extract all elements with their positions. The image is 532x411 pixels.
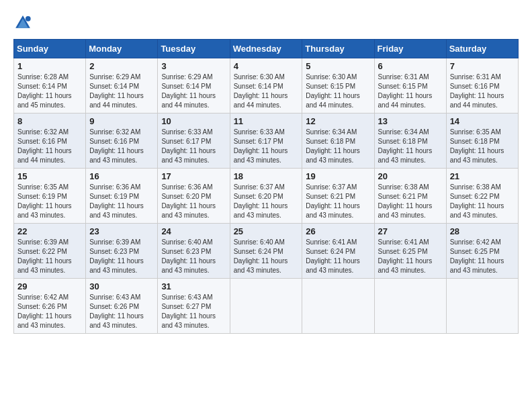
table-row: 22 Sunrise: 6:39 AMSunset: 6:22 PMDaylig…	[14, 224, 86, 279]
table-row: 2 Sunrise: 6:29 AMSunset: 6:14 PMDayligh…	[86, 58, 158, 113]
table-row: 16 Sunrise: 6:36 AMSunset: 6:19 PMDaylig…	[86, 169, 158, 224]
day-number: 20	[378, 171, 443, 181]
cell-info: Sunrise: 6:42 AMSunset: 6:25 PMDaylight:…	[450, 238, 504, 274]
cell-info: Sunrise: 6:41 AMSunset: 6:24 PMDaylight:…	[306, 238, 360, 274]
logo	[13, 13, 34, 32]
day-number: 6	[378, 61, 443, 71]
table-row: 8 Sunrise: 6:32 AMSunset: 6:16 PMDayligh…	[14, 113, 86, 169]
day-number: 15	[17, 171, 82, 181]
day-number: 14	[450, 116, 515, 126]
day-number: 27	[378, 226, 443, 236]
table-row	[374, 279, 446, 334]
table-row: 4 Sunrise: 6:30 AMSunset: 6:14 PMDayligh…	[230, 58, 302, 113]
table-row: 6 Sunrise: 6:31 AMSunset: 6:15 PMDayligh…	[374, 58, 446, 113]
cell-info: Sunrise: 6:30 AMSunset: 6:14 PMDaylight:…	[234, 73, 288, 109]
cell-info: Sunrise: 6:36 AMSunset: 6:20 PMDaylight:…	[161, 183, 216, 219]
day-number: 5	[306, 61, 370, 71]
day-number: 13	[378, 116, 443, 126]
cell-info: Sunrise: 6:34 AMSunset: 6:18 PMDaylight:…	[306, 128, 360, 164]
cell-info: Sunrise: 6:37 AMSunset: 6:20 PMDaylight:…	[234, 183, 288, 219]
day-number: 10	[161, 116, 226, 126]
table-row: 27 Sunrise: 6:41 AMSunset: 6:25 PMDaylig…	[374, 224, 446, 279]
day-number: 19	[306, 171, 370, 181]
cell-info: Sunrise: 6:32 AMSunset: 6:16 PMDaylight:…	[17, 128, 72, 164]
day-number: 25	[234, 226, 299, 236]
day-number: 22	[17, 226, 82, 236]
table-row: 17 Sunrise: 6:36 AMSunset: 6:20 PMDaylig…	[158, 169, 230, 224]
cell-info: Sunrise: 6:33 AMSunset: 6:17 PMDaylight:…	[161, 128, 216, 164]
cell-info: Sunrise: 6:40 AMSunset: 6:24 PMDaylight:…	[234, 238, 288, 274]
cell-info: Sunrise: 6:40 AMSunset: 6:23 PMDaylight:…	[161, 238, 216, 274]
day-header-saturday: Saturday	[446, 40, 518, 58]
table-row	[230, 279, 302, 334]
cell-info: Sunrise: 6:29 AMSunset: 6:14 PMDaylight:…	[161, 73, 216, 109]
cell-info: Sunrise: 6:39 AMSunset: 6:22 PMDaylight:…	[17, 238, 72, 274]
day-number: 30	[89, 281, 154, 291]
cell-info: Sunrise: 6:41 AMSunset: 6:25 PMDaylight:…	[378, 238, 433, 274]
table-row: 7 Sunrise: 6:31 AMSunset: 6:16 PMDayligh…	[446, 58, 518, 113]
table-row: 10 Sunrise: 6:33 AMSunset: 6:17 PMDaylig…	[158, 113, 230, 169]
day-number: 24	[161, 226, 226, 236]
cell-info: Sunrise: 6:29 AMSunset: 6:14 PMDaylight:…	[89, 73, 144, 109]
day-number: 18	[234, 171, 299, 181]
cell-info: Sunrise: 6:38 AMSunset: 6:22 PMDaylight:…	[450, 183, 504, 219]
table-row: 18 Sunrise: 6:37 AMSunset: 6:20 PMDaylig…	[230, 169, 302, 224]
table-row: 23 Sunrise: 6:39 AMSunset: 6:23 PMDaylig…	[86, 224, 158, 279]
table-row: 11 Sunrise: 6:33 AMSunset: 6:17 PMDaylig…	[230, 113, 302, 169]
table-row: 26 Sunrise: 6:41 AMSunset: 6:24 PMDaylig…	[302, 224, 374, 279]
cell-info: Sunrise: 6:31 AMSunset: 6:15 PMDaylight:…	[378, 73, 433, 109]
table-row: 24 Sunrise: 6:40 AMSunset: 6:23 PMDaylig…	[158, 224, 230, 279]
table-row: 5 Sunrise: 6:30 AMSunset: 6:15 PMDayligh…	[302, 58, 374, 113]
table-row: 3 Sunrise: 6:29 AMSunset: 6:14 PMDayligh…	[158, 58, 230, 113]
day-number: 3	[161, 61, 226, 71]
calendar-week-row: 29 Sunrise: 6:42 AMSunset: 6:26 PMDaylig…	[14, 279, 519, 334]
table-row	[302, 279, 374, 334]
table-row: 21 Sunrise: 6:38 AMSunset: 6:22 PMDaylig…	[446, 169, 518, 224]
cell-info: Sunrise: 6:38 AMSunset: 6:21 PMDaylight:…	[378, 183, 433, 219]
day-header-wednesday: Wednesday	[230, 40, 302, 58]
day-number: 28	[450, 226, 515, 236]
cell-info: Sunrise: 6:36 AMSunset: 6:19 PMDaylight:…	[89, 183, 144, 219]
table-row: 20 Sunrise: 6:38 AMSunset: 6:21 PMDaylig…	[374, 169, 446, 224]
cell-info: Sunrise: 6:31 AMSunset: 6:16 PMDaylight:…	[450, 73, 504, 109]
day-number: 21	[450, 171, 515, 181]
table-row: 19 Sunrise: 6:37 AMSunset: 6:21 PMDaylig…	[302, 169, 374, 224]
cell-info: Sunrise: 6:37 AMSunset: 6:21 PMDaylight:…	[306, 183, 360, 219]
day-number: 29	[17, 281, 82, 291]
table-row: 12 Sunrise: 6:34 AMSunset: 6:18 PMDaylig…	[302, 113, 374, 169]
table-row: 13 Sunrise: 6:34 AMSunset: 6:18 PMDaylig…	[374, 113, 446, 169]
page-header	[13, 13, 519, 32]
table-row: 14 Sunrise: 6:35 AMSunset: 6:18 PMDaylig…	[446, 113, 518, 169]
table-row: 25 Sunrise: 6:40 AMSunset: 6:24 PMDaylig…	[230, 224, 302, 279]
day-number: 26	[306, 226, 370, 236]
table-row: 28 Sunrise: 6:42 AMSunset: 6:25 PMDaylig…	[446, 224, 518, 279]
day-number: 23	[89, 226, 154, 236]
table-row: 31 Sunrise: 6:43 AMSunset: 6:27 PMDaylig…	[158, 279, 230, 334]
cell-info: Sunrise: 6:28 AMSunset: 6:14 PMDaylight:…	[17, 73, 72, 109]
day-number: 31	[161, 281, 226, 291]
day-number: 16	[89, 171, 154, 181]
table-row: 30 Sunrise: 6:43 AMSunset: 6:26 PMDaylig…	[86, 279, 158, 334]
table-row: 9 Sunrise: 6:32 AMSunset: 6:16 PMDayligh…	[86, 113, 158, 169]
cell-info: Sunrise: 6:34 AMSunset: 6:18 PMDaylight:…	[378, 128, 433, 164]
table-row	[446, 279, 518, 334]
calendar-table: SundayMondayTuesdayWednesdayThursdayFrid…	[13, 39, 519, 334]
table-row: 29 Sunrise: 6:42 AMSunset: 6:26 PMDaylig…	[14, 279, 86, 334]
day-number: 7	[450, 61, 515, 71]
day-header-friday: Friday	[374, 40, 446, 58]
day-header-monday: Monday	[86, 40, 158, 58]
day-number: 8	[17, 116, 82, 126]
days-header-row: SundayMondayTuesdayWednesdayThursdayFrid…	[14, 40, 519, 58]
cell-info: Sunrise: 6:43 AMSunset: 6:26 PMDaylight:…	[89, 293, 144, 329]
calendar-week-row: 15 Sunrise: 6:35 AMSunset: 6:19 PMDaylig…	[14, 169, 519, 224]
day-header-sunday: Sunday	[14, 40, 86, 58]
day-header-tuesday: Tuesday	[158, 40, 230, 58]
cell-info: Sunrise: 6:39 AMSunset: 6:23 PMDaylight:…	[89, 238, 144, 274]
day-number: 2	[89, 61, 154, 71]
day-number: 9	[89, 116, 154, 126]
table-row: 15 Sunrise: 6:35 AMSunset: 6:19 PMDaylig…	[14, 169, 86, 224]
day-number: 4	[234, 61, 299, 71]
cell-info: Sunrise: 6:33 AMSunset: 6:17 PMDaylight:…	[234, 128, 288, 164]
day-number: 17	[161, 171, 226, 181]
day-number: 12	[306, 116, 370, 126]
